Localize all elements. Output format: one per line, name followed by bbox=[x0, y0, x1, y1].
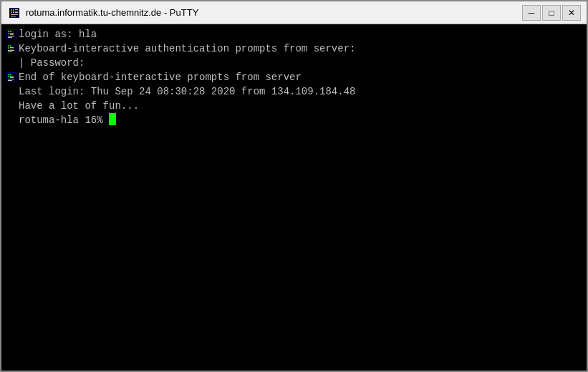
terminal-line: Have a lot of fun... bbox=[6, 99, 582, 113]
terminal-area[interactable]: login as: hla Keyboard-interactive authe… bbox=[1, 24, 587, 371]
svg-rect-26 bbox=[10, 49, 14, 49]
maximize-button[interactable]: □ bbox=[542, 5, 561, 21]
terminal-text: | Password: bbox=[19, 56, 85, 70]
terminal-line: Keyboard-interactive authentication prom… bbox=[6, 41, 582, 56]
terminal-text: Have a lot of fun... bbox=[19, 99, 139, 113]
svg-rect-32 bbox=[10, 74, 11, 75]
svg-rect-3 bbox=[13, 9, 14, 11]
minimize-button[interactable]: ─ bbox=[522, 5, 541, 21]
terminal-cursor bbox=[109, 113, 116, 125]
svg-rect-31 bbox=[8, 74, 9, 75]
svg-rect-14 bbox=[10, 31, 11, 32]
svg-rect-18 bbox=[8, 36, 14, 36]
terminal-text: End of keyboard-interactive prompts from… bbox=[19, 70, 302, 84]
terminal-text: Last login: Thu Sep 24 08:30:28 2020 fro… bbox=[19, 84, 355, 99]
svg-rect-6 bbox=[15, 9, 18, 10]
svg-rect-35 bbox=[10, 77, 14, 78]
svg-rect-37 bbox=[8, 80, 12, 81]
putty-prompt-icon bbox=[6, 70, 17, 84]
svg-rect-23 bbox=[10, 45, 11, 46]
svg-rect-2 bbox=[11, 9, 12, 11]
svg-rect-33 bbox=[8, 76, 9, 77]
putty-window: rotuma.informatik.tu-chemnitz.de - PuTTY… bbox=[0, 0, 588, 372]
terminal-line: End of keyboard-interactive prompts from… bbox=[6, 70, 582, 84]
terminal-text: login as: hla bbox=[19, 27, 97, 41]
title-bar: rotuma.informatik.tu-chemnitz.de - PuTTY… bbox=[1, 1, 587, 24]
svg-rect-7 bbox=[15, 11, 18, 11]
window-controls: ─ □ ✕ bbox=[522, 5, 581, 21]
svg-rect-22 bbox=[8, 45, 9, 46]
putty-prompt-icon bbox=[6, 41, 17, 56]
window-title: rotuma.informatik.tu-chemnitz.de - PuTTY bbox=[26, 7, 522, 18]
close-button[interactable]: ✕ bbox=[562, 5, 581, 21]
terminal-line: | Password: bbox=[6, 56, 582, 70]
svg-rect-4 bbox=[11, 11, 12, 13]
svg-rect-5 bbox=[13, 11, 14, 13]
svg-rect-27 bbox=[8, 50, 14, 51]
svg-rect-28 bbox=[8, 52, 12, 52]
terminal-text: rotuma-hla 16% bbox=[19, 113, 109, 127]
svg-rect-16 bbox=[10, 33, 14, 34]
svg-rect-17 bbox=[10, 34, 14, 35]
putty-prompt-icon bbox=[6, 27, 17, 41]
terminal-line: Last login: Thu Sep 24 08:30:28 2020 fro… bbox=[6, 84, 582, 99]
svg-rect-36 bbox=[8, 79, 14, 79]
svg-rect-34 bbox=[10, 76, 14, 77]
svg-rect-25 bbox=[10, 47, 14, 48]
svg-rect-24 bbox=[8, 47, 9, 49]
svg-rect-10 bbox=[11, 16, 16, 16]
svg-rect-9 bbox=[11, 14, 18, 15]
svg-rect-19 bbox=[8, 37, 12, 38]
terminal-text: Keyboard-interactive authentication prom… bbox=[19, 41, 355, 56]
terminal-line: login as: hla bbox=[6, 27, 582, 41]
svg-rect-8 bbox=[15, 12, 18, 13]
svg-rect-15 bbox=[8, 33, 9, 34]
terminal-line: rotuma-hla 16% bbox=[6, 113, 582, 127]
svg-rect-13 bbox=[8, 31, 9, 32]
putty-icon bbox=[7, 6, 21, 20]
